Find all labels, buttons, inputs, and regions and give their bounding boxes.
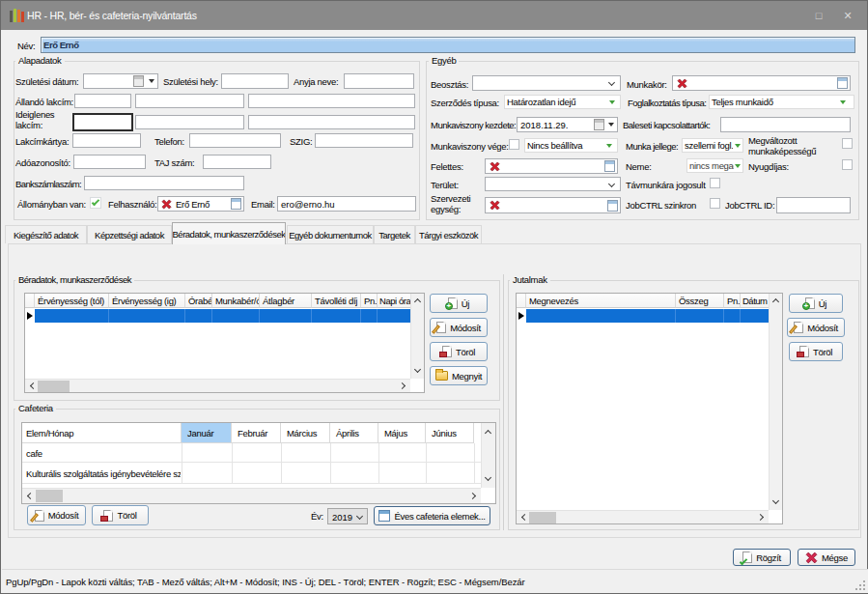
allando-lakcim-input-3[interactable] bbox=[248, 94, 415, 108]
tab-kepzettsegi-adatok[interactable]: Képzettségi adatok bbox=[87, 225, 172, 243]
eves-cafeteria-button[interactable]: Éves cafeteria elemek... bbox=[374, 506, 490, 525]
beradatok-vscrollbar[interactable] bbox=[410, 294, 424, 379]
titlebar[interactable]: HR - HR, bér- és cafeteria-nyilvántartás… bbox=[1, 1, 867, 30]
tab-targyi-eszkozok[interactable]: Tárgyi eszközök bbox=[415, 225, 482, 243]
felhasznalo-clear-icon[interactable] bbox=[161, 199, 172, 210]
szuletesi-hely-input[interactable] bbox=[221, 73, 289, 89]
tab-egyeb-dokumentumok[interactable]: Egyéb dokumentumok bbox=[287, 225, 374, 243]
nyugdijas-checkbox[interactable] bbox=[842, 159, 853, 170]
beradatok-header-ervenyesseg-ig[interactable]: Érvényesség (ig) bbox=[109, 294, 185, 308]
felettes-input[interactable] bbox=[485, 158, 618, 174]
beosztas-select[interactable] bbox=[472, 75, 621, 91]
jutalmak-vscrollbar[interactable] bbox=[769, 294, 782, 510]
beradatok-hscrollbar[interactable] bbox=[25, 379, 410, 392]
cafeteria-table[interactable]: Elem/Hónap Január Február Március Áprili… bbox=[21, 422, 496, 504]
jutalmak-hscroll-left-icon[interactable] bbox=[521, 514, 528, 521]
jutalmak-hscroll-thumb[interactable] bbox=[529, 512, 556, 523]
ideiglenes-lakcim-input-3[interactable] bbox=[248, 115, 415, 129]
jutalmak-header-osszeg[interactable]: Összeg bbox=[676, 294, 724, 308]
ideiglenes-lakcim-input-1[interactable] bbox=[72, 113, 133, 131]
beradatok-header-orabe[interactable]: Órabé bbox=[185, 294, 212, 308]
ideiglenes-lakcim-input-2[interactable] bbox=[135, 115, 244, 129]
jutalmak-selected-row[interactable] bbox=[526, 309, 769, 323]
rogzit-button[interactable]: Rögzít bbox=[733, 549, 791, 566]
resize-grip[interactable] bbox=[855, 580, 865, 590]
cafeteria-vscroll-up-icon[interactable] bbox=[485, 430, 491, 437]
cafeteria-hscroll-right-icon[interactable] bbox=[469, 493, 476, 499]
taj-szam-input[interactable] bbox=[203, 155, 271, 169]
beradatok-header-ervenyesseg-tol[interactable]: Érvényesség (tól) bbox=[35, 294, 109, 308]
cafeteria-header-majus[interactable]: Május bbox=[378, 423, 426, 443]
tab-targetek[interactable]: Targetek bbox=[374, 225, 415, 243]
jutalmak-vscroll-down-icon[interactable] bbox=[772, 497, 779, 504]
megse-button[interactable]: Mégse bbox=[798, 549, 855, 566]
jobctrl-id-input[interactable] bbox=[776, 197, 851, 213]
cafeteria-header-januar[interactable]: Január bbox=[182, 423, 232, 443]
munkakor-lookup-icon[interactable] bbox=[837, 77, 848, 89]
felhasznalo-lookup-icon[interactable] bbox=[231, 198, 241, 210]
beradatok-uj-button[interactable]: +Új bbox=[430, 294, 488, 313]
cafeteria-modosit-button[interactable]: Módosít bbox=[27, 505, 86, 525]
jutalmak-vscroll-up-icon[interactable] bbox=[772, 298, 779, 305]
adoazonosito-input[interactable] bbox=[73, 155, 146, 169]
beradatok-header-munkaber[interactable]: Munkabér/ór bbox=[212, 294, 260, 308]
beradatok-table[interactable]: Érvényesség (tól) Érvényesség (ig) Órabé… bbox=[24, 293, 425, 393]
maximize-button[interactable]: □ bbox=[811, 8, 826, 23]
jutalmak-table[interactable]: Megnevezés Összeg Pn. Dátum bbox=[516, 293, 783, 524]
cafeteria-header-elem[interactable]: Elem/Hónap bbox=[22, 423, 182, 443]
beradatok-selected-row[interactable] bbox=[35, 309, 410, 323]
felhasznalo-input[interactable]: Erő Ernő bbox=[157, 196, 244, 212]
beradatok-header-tavolleti-dij[interactable]: Távolléti díj bbox=[312, 294, 361, 308]
beradatok-header-atlagber[interactable]: Átlagbér bbox=[260, 294, 312, 308]
jutalmak-header-megnevezes[interactable]: Megnevezés bbox=[526, 294, 676, 308]
name-input[interactable]: Erő Ernő bbox=[41, 37, 855, 53]
bankszamlaszam-input[interactable] bbox=[84, 176, 244, 190]
lakcimkartya-input[interactable] bbox=[72, 133, 141, 148]
beradatok-hscroll-right-icon[interactable] bbox=[399, 382, 406, 389]
felettes-clear-icon[interactable] bbox=[490, 161, 500, 172]
cafeteria-torol-button[interactable]: Töröl bbox=[92, 505, 149, 525]
cafeteria-header-aprilis[interactable]: Április bbox=[330, 423, 378, 443]
munka-jellege-select[interactable]: szellemi fogl. bbox=[682, 138, 743, 153]
tavmunkara-checkbox[interactable] bbox=[710, 178, 720, 188]
email-input[interactable]: ero@erno.hu bbox=[277, 196, 416, 212]
felettes-lookup-icon[interactable] bbox=[604, 160, 615, 172]
beradatok-header-napi-ora[interactable]: Napi óra: bbox=[378, 294, 410, 308]
jobctrl-szinkron-checkbox[interactable] bbox=[710, 198, 720, 209]
munkaviszony-kezdete-dropdown-icon[interactable] bbox=[608, 123, 614, 127]
cafeteria-header-junius[interactable]: Június bbox=[426, 423, 474, 443]
neme-select[interactable]: nincs megad bbox=[686, 158, 743, 173]
close-button[interactable]: ✕ bbox=[840, 8, 855, 23]
jutalmak-torol-button[interactable]: Töröl bbox=[789, 342, 843, 361]
foglalkoztatas-tipusa-select[interactable]: Teljes munkaidő bbox=[709, 95, 854, 109]
szervezeti-egyseg-lookup-icon[interactable] bbox=[607, 200, 618, 212]
jutalmak-hscroll-right-icon[interactable] bbox=[757, 514, 764, 521]
jutalmak-header-pn[interactable]: Pn. bbox=[724, 294, 741, 308]
cafeteria-hscroll-thumb[interactable] bbox=[36, 490, 63, 502]
munkaviszony-vege-select[interactable]: Nincs beállítva bbox=[524, 138, 618, 153]
munkakor-clear-icon[interactable] bbox=[677, 78, 687, 89]
cafeteria-vscrollbar[interactable] bbox=[481, 423, 495, 488]
cafeteria-header-marcius[interactable]: Március bbox=[281, 423, 330, 443]
terulet-select[interactable] bbox=[485, 177, 621, 191]
tab-kiegeszito-adatok[interactable]: Kiegészítő adatok bbox=[5, 225, 87, 243]
beradatok-modosit-button[interactable]: Módosít bbox=[430, 318, 488, 337]
szerzodes-tipusa-select[interactable]: Határozatlan idejű bbox=[504, 95, 621, 109]
jutalmak-uj-button[interactable]: +Új bbox=[789, 294, 843, 313]
jutalmak-header-datum[interactable]: Dátum bbox=[741, 294, 769, 308]
beradatok-hscroll-left-icon[interactable] bbox=[30, 382, 37, 389]
szig-input[interactable] bbox=[315, 133, 413, 148]
szuletesi-datum-dropdown-icon[interactable] bbox=[149, 79, 154, 83]
tab-beradatok[interactable]: Béradatok, munkaszerződések bbox=[172, 222, 286, 244]
szuletesi-datum-input[interactable] bbox=[83, 73, 158, 89]
cafeteria-hscroll-left-icon[interactable] bbox=[27, 493, 34, 499]
cafeteria-row-cafe[interactable]: cafe bbox=[22, 443, 483, 463]
baleseti-kapcsolattartok-input[interactable] bbox=[720, 117, 851, 132]
jutalmak-hscrollbar[interactable] bbox=[517, 510, 769, 523]
cafeteria-hscrollbar[interactable] bbox=[22, 488, 481, 503]
cafeteria-vscroll-down-icon[interactable] bbox=[485, 474, 491, 481]
telefon-input[interactable] bbox=[189, 133, 281, 148]
megvaltozott-checkbox[interactable] bbox=[842, 138, 853, 149]
munkaviszony-kezdete-input[interactable]: 2018.11.29. bbox=[517, 117, 618, 132]
munkaviszony-kezdete-calendar-icon[interactable] bbox=[594, 119, 604, 130]
